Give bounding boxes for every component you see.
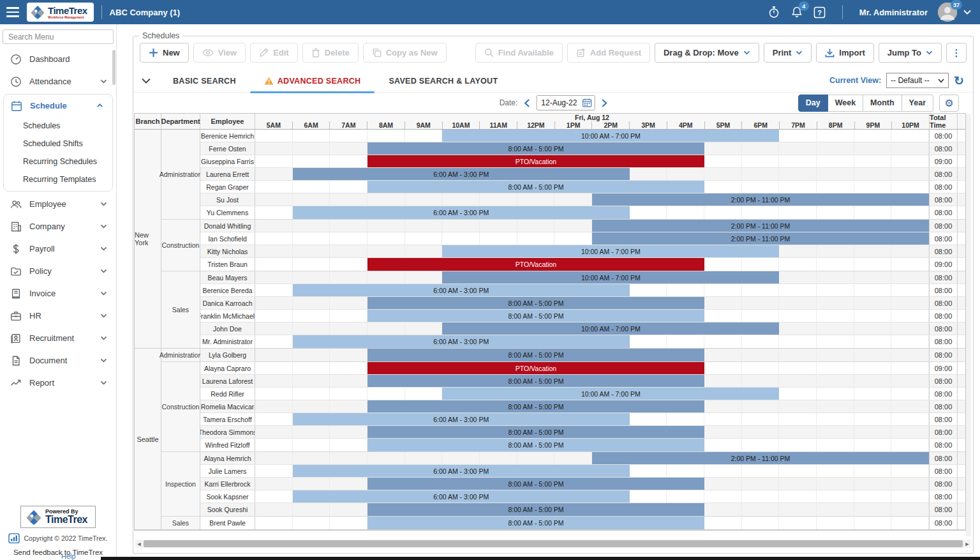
hour-grid-cell[interactable] [704, 465, 742, 477]
hour-grid-cell[interactable] [854, 426, 892, 438]
hour-grid-cell[interactable] [854, 310, 892, 322]
hour-grid-cell[interactable] [293, 452, 330, 464]
gear-icon[interactable]: ⚙ [939, 95, 959, 112]
new-button[interactable]: New [140, 43, 189, 63]
hour-grid-cell[interactable] [854, 142, 892, 155]
hour-grid-cell[interactable] [891, 284, 929, 296]
shift-bar[interactable]: 2:00 PM - 11:00 PM [592, 452, 929, 464]
hour-grid-cell[interactable] [854, 349, 892, 361]
hour-grid-cell[interactable] [891, 349, 929, 361]
hour-grid-cell[interactable] [704, 413, 742, 425]
send-feedback-link[interactable]: Send feedback to TimeTrex [0, 549, 116, 556]
time-cell[interactable]: 8:00 AM - 5:00 PM [255, 439, 930, 451]
hour-grid-cell[interactable] [293, 245, 330, 257]
shift-bar[interactable]: PTO/Vacation [368, 155, 704, 167]
shift-bar[interactable]: 10:00 AM - 7:00 PM [442, 130, 779, 142]
hour-grid-cell[interactable] [704, 155, 742, 167]
hour-grid-cell[interactable] [255, 310, 293, 322]
user-chevron-down-icon[interactable] [963, 10, 971, 15]
shift-bar[interactable]: 8:00 AM - 5:00 PM [368, 478, 704, 490]
sidebar-item-recruitment[interactable]: Recruitment [0, 327, 116, 349]
hour-grid-cell[interactable] [817, 335, 854, 348]
collapse-panel-chevron-icon[interactable] [133, 78, 159, 84]
horizontal-scrollbar-thumb[interactable] [144, 540, 963, 547]
hour-grid-cell[interactable] [293, 130, 330, 142]
hour-grid-cell[interactable] [742, 517, 780, 529]
sidebar-subitem-schedules[interactable]: Schedules [4, 117, 112, 135]
hour-grid-cell[interactable] [480, 232, 517, 245]
scroll-left-arrow-icon[interactable]: ◄ [135, 541, 143, 547]
shift-bar[interactable]: 6:00 AM - 3:00 PM [293, 413, 630, 425]
hour-grid-cell[interactable] [891, 271, 929, 284]
hour-grid-cell[interactable] [330, 503, 368, 516]
hour-grid-cell[interactable] [742, 375, 780, 387]
hour-grid-cell[interactable] [817, 130, 854, 142]
time-cell[interactable]: 6:00 AM - 3:00 PM [255, 206, 930, 219]
shift-bar[interactable]: PTO/Vacation [368, 362, 704, 374]
hour-grid-cell[interactable] [854, 400, 892, 412]
shift-bar[interactable]: 8:00 AM - 5:00 PM [368, 142, 704, 155]
hour-grid-cell[interactable] [255, 258, 293, 271]
hour-grid-cell[interactable] [742, 439, 780, 451]
hour-grid-cell[interactable] [742, 258, 780, 271]
hour-grid-cell[interactable] [630, 168, 667, 180]
hour-grid-cell[interactable] [368, 130, 405, 142]
hour-grid-cell[interactable] [630, 206, 667, 219]
hour-grid-cell[interactable] [293, 375, 330, 387]
hour-grid-cell[interactable] [891, 388, 929, 400]
hour-grid-cell[interactable] [704, 258, 742, 271]
hour-grid-cell[interactable] [704, 490, 742, 503]
hour-grid-cell[interactable] [779, 335, 817, 348]
hour-grid-cell[interactable] [817, 439, 854, 451]
hour-grid-cell[interactable] [330, 517, 368, 529]
time-cell[interactable]: 8:00 AM - 5:00 PM [255, 349, 930, 361]
hour-grid-cell[interactable] [293, 297, 330, 309]
sidebar-item-hr[interactable]: HR [0, 305, 116, 327]
hour-grid-cell[interactable] [630, 465, 667, 477]
hour-grid-cell[interactable] [742, 310, 780, 322]
hour-grid-cell[interactable] [330, 130, 368, 142]
shift-bar[interactable]: 2:00 PM - 11:00 PM [592, 232, 929, 245]
hour-grid-cell[interactable] [704, 349, 742, 361]
hour-grid-cell[interactable] [405, 220, 443, 232]
time-cell[interactable]: 6:00 AM - 3:00 PM [255, 413, 930, 425]
sidebar-item-policy[interactable]: Policy [0, 260, 116, 282]
hour-grid-cell[interactable] [330, 362, 368, 374]
hour-grid-cell[interactable] [330, 271, 368, 284]
hour-grid-cell[interactable] [779, 465, 817, 477]
hour-grid-cell[interactable] [854, 271, 892, 284]
time-cell[interactable]: 10:00 AM - 7:00 PM [255, 271, 930, 284]
shift-bar[interactable]: 8:00 AM - 5:00 PM [368, 349, 704, 361]
hour-grid-cell[interactable] [891, 490, 929, 503]
hour-grid-cell[interactable] [891, 478, 929, 490]
hour-grid-cell[interactable] [293, 193, 330, 206]
hour-grid-cell[interactable] [330, 181, 368, 193]
hour-grid-cell[interactable] [330, 193, 368, 206]
hour-grid-cell[interactable] [817, 375, 854, 387]
previous-day-icon[interactable] [524, 99, 530, 107]
hour-grid-cell[interactable] [255, 400, 293, 412]
hour-grid-cell[interactable] [779, 349, 817, 361]
hour-grid-cell[interactable] [817, 284, 854, 296]
time-cell[interactable]: 6:00 AM - 3:00 PM [255, 465, 930, 477]
hour-grid-cell[interactable] [255, 490, 293, 503]
print-button[interactable]: Print [764, 43, 812, 63]
hour-grid-cell[interactable] [854, 322, 892, 335]
hour-grid-cell[interactable] [255, 155, 293, 167]
sidebar-item-dashboard[interactable]: Dashboard [0, 48, 116, 70]
hour-grid-cell[interactable] [667, 413, 704, 425]
shift-bar[interactable]: 8:00 AM - 5:00 PM [368, 310, 704, 322]
shift-bar[interactable]: 2:00 PM - 11:00 PM [592, 193, 929, 206]
time-cell[interactable]: 2:00 PM - 11:00 PM [255, 193, 930, 206]
hour-grid-cell[interactable] [255, 284, 293, 296]
time-cell[interactable]: 2:00 PM - 11:00 PM [255, 232, 930, 245]
hour-grid-cell[interactable] [704, 206, 742, 219]
hour-grid-cell[interactable] [779, 258, 817, 271]
hour-grid-cell[interactable] [704, 503, 742, 516]
hour-grid-cell[interactable] [517, 193, 555, 206]
hour-grid-cell[interactable] [817, 245, 854, 257]
hour-grid-cell[interactable] [742, 426, 780, 438]
shift-bar[interactable]: 8:00 AM - 5:00 PM [368, 400, 704, 412]
hour-grid-cell[interactable] [817, 503, 854, 516]
sidebar-item-payroll[interactable]: Payroll [0, 238, 116, 260]
